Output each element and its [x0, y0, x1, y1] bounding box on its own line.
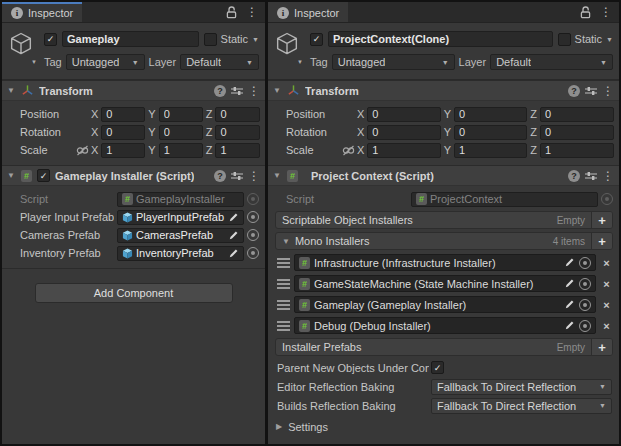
remove-item-icon[interactable]: × — [600, 278, 613, 290]
scale-z-input[interactable] — [540, 143, 614, 158]
presets-icon[interactable] — [585, 171, 597, 181]
remove-item-icon[interactable]: × — [600, 299, 613, 311]
prefab-object-field[interactable]: CamerasPrefab — [117, 228, 244, 243]
transform-header[interactable]: ▼ Transform ? ⋮ — [2, 80, 265, 101]
transform-header[interactable]: ▼ Transform ? ⋮ — [268, 80, 619, 101]
rotation-y-input[interactable] — [159, 125, 203, 140]
script-object-field[interactable]: ProjectContext — [411, 192, 598, 207]
edit-pencil-icon[interactable] — [564, 257, 575, 268]
layer-dropdown[interactable]: Default ▼ — [490, 54, 613, 70]
drag-handle-icon[interactable] — [277, 258, 290, 268]
add-component-button[interactable]: Add Component — [35, 283, 233, 303]
scale-y-input[interactable] — [159, 143, 203, 158]
object-picker-icon[interactable] — [247, 211, 259, 223]
parent-new-objects-checkbox[interactable] — [431, 361, 444, 374]
static-dropdown-caret[interactable]: ▼ — [606, 36, 613, 43]
help-icon[interactable]: ? — [214, 85, 226, 97]
edit-pencil-icon[interactable] — [228, 212, 239, 223]
position-x-input[interactable] — [101, 107, 145, 122]
gameobject-name-input[interactable] — [328, 31, 553, 47]
object-picker-icon[interactable] — [579, 257, 591, 269]
menu-kebab-icon[interactable]: ⋮ — [246, 6, 258, 18]
position-y-input[interactable] — [159, 107, 203, 122]
edit-pencil-icon[interactable] — [228, 230, 239, 241]
foldout-icon[interactable]: ▼ — [6, 171, 16, 180]
rotation-y-input[interactable] — [454, 125, 527, 140]
rotation-z-input[interactable] — [540, 125, 614, 140]
foldout-icon[interactable]: ▼ — [282, 237, 290, 246]
help-icon[interactable]: ? — [214, 170, 226, 182]
gameobject-cube-icon[interactable]: ▼ — [7, 30, 39, 71]
foldout-icon[interactable]: ▼ — [6, 86, 16, 95]
installer-object-field[interactable]: Infrastructure (Infrastructure Installer… — [294, 254, 596, 271]
object-picker-icon[interactable] — [247, 229, 259, 241]
edit-pencil-icon[interactable] — [564, 278, 575, 289]
presets-icon[interactable] — [231, 86, 243, 96]
foldout-icon[interactable]: ▼ — [272, 171, 282, 180]
installer-object-field[interactable]: Gameplay (Gameplay Installer) — [294, 296, 596, 313]
lock-icon[interactable] — [226, 6, 237, 19]
active-checkbox[interactable] — [44, 33, 57, 46]
tag-dropdown[interactable]: Untagged ▼ — [332, 54, 455, 70]
tab-inspector[interactable]: i Inspector — [2, 2, 82, 22]
presets-icon[interactable] — [231, 171, 243, 181]
drag-handle-icon[interactable] — [277, 300, 290, 310]
layer-dropdown[interactable]: Default ▼ — [180, 54, 259, 70]
installer-prefabs-list[interactable]: Installer Prefabs Empty + — [275, 338, 613, 356]
menu-kebab-icon[interactable]: ⋮ — [602, 170, 614, 182]
prefab-object-field[interactable]: InventoryPrefab — [117, 246, 244, 261]
tab-inspector[interactable]: i Inspector — [268, 2, 348, 22]
position-z-input[interactable] — [540, 107, 614, 122]
position-y-input[interactable] — [454, 107, 527, 122]
edit-pencil-icon[interactable] — [564, 299, 575, 310]
edit-pencil-icon[interactable] — [564, 320, 575, 331]
settings-foldout[interactable]: ▶ Settings — [270, 417, 616, 436]
component-enabled-checkbox[interactable] — [37, 169, 50, 182]
installer-object-field[interactable]: GameStateMachine (State Machine Installe… — [294, 275, 596, 292]
rotation-x-input[interactable] — [101, 125, 145, 140]
scale-y-input[interactable] — [454, 143, 527, 158]
menu-kebab-icon[interactable]: ⋮ — [248, 85, 260, 97]
remove-item-icon[interactable]: × — [600, 257, 613, 269]
project-context-header[interactable]: ▼ Project Context (Script) ? ⋮ — [268, 165, 619, 186]
menu-kebab-icon[interactable]: ⋮ — [248, 170, 260, 182]
add-item-button[interactable]: + — [591, 233, 612, 249]
scale-x-input[interactable] — [101, 143, 145, 158]
active-checkbox[interactable] — [310, 33, 323, 46]
object-picker-icon[interactable] — [579, 299, 591, 311]
object-picker-icon[interactable] — [247, 193, 259, 205]
gameobject-name-input[interactable] — [62, 31, 199, 47]
edit-pencil-icon[interactable] — [228, 248, 239, 259]
lock-icon[interactable] — [580, 6, 591, 19]
scale-z-input[interactable] — [215, 143, 260, 158]
position-z-input[interactable] — [215, 107, 260, 122]
drag-handle-icon[interactable] — [277, 321, 290, 331]
static-checkbox[interactable] — [558, 33, 571, 46]
rotation-z-input[interactable] — [215, 125, 260, 140]
gameobject-cube-icon[interactable]: ▼ — [273, 30, 305, 71]
unlink-icon[interactable] — [76, 145, 89, 156]
object-picker-icon[interactable] — [601, 193, 613, 205]
add-item-button[interactable]: + — [591, 339, 612, 355]
installer-object-field[interactable]: Debug (Debug Installer) — [294, 317, 596, 334]
gameplay-installer-header[interactable]: ▼ Gameplay Installer (Script) ? ⋮ — [2, 165, 265, 186]
prefab-object-field[interactable]: PlayerInputPrefab — [117, 210, 244, 225]
static-dropdown-caret[interactable]: ▼ — [252, 36, 259, 43]
presets-icon[interactable] — [585, 86, 597, 96]
scale-x-input[interactable] — [367, 143, 440, 158]
builds-reflection-dropdown[interactable]: Fallback To Direct Reflection ▼ — [431, 398, 612, 414]
editor-reflection-dropdown[interactable]: Fallback To Direct Reflection ▼ — [431, 379, 612, 395]
rotation-x-input[interactable] — [367, 125, 440, 140]
menu-kebab-icon[interactable]: ⋮ — [602, 85, 614, 97]
static-checkbox[interactable] — [204, 33, 217, 46]
tag-dropdown[interactable]: Untagged ▼ — [66, 54, 145, 70]
mono-installers-list-header[interactable]: ▼ Mono Installers 4 items + — [275, 232, 613, 250]
remove-item-icon[interactable]: × — [600, 320, 613, 332]
foldout-icon[interactable]: ▼ — [272, 86, 282, 95]
help-icon[interactable]: ? — [568, 170, 580, 182]
add-item-button[interactable]: + — [591, 212, 612, 228]
menu-kebab-icon[interactable]: ⋮ — [600, 6, 612, 18]
position-x-input[interactable] — [367, 107, 440, 122]
drag-handle-icon[interactable] — [277, 279, 290, 289]
object-picker-icon[interactable] — [579, 320, 591, 332]
